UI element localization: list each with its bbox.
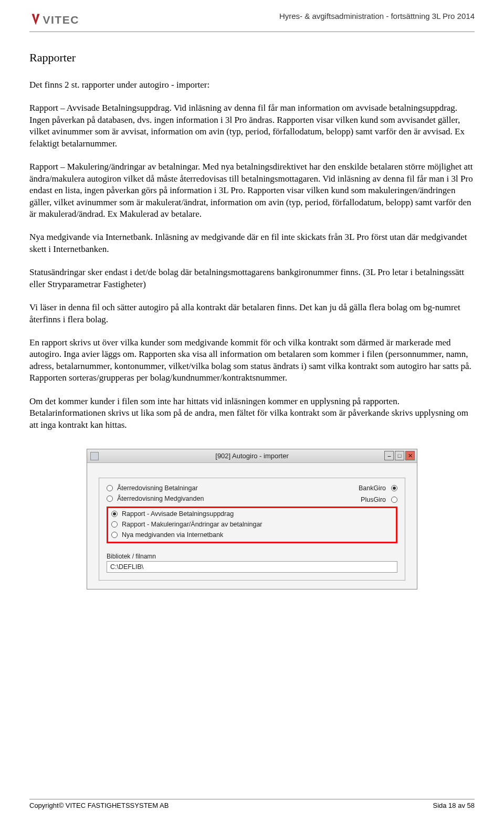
footer-page-number: Sida 18 av 58 bbox=[433, 802, 475, 809]
radio-label: PlusGiro bbox=[361, 496, 386, 503]
paragraph-4: Nya medgivande via Internetbank. Inläsni… bbox=[29, 231, 475, 255]
paragraph-2: Rapport – Avvisade Betalningsuppdrag. Vi… bbox=[29, 102, 475, 150]
radio-icon bbox=[111, 511, 118, 517]
brand-logo: VITEC bbox=[29, 10, 108, 28]
radio-label: Återredovisning Betalningar bbox=[117, 484, 198, 492]
paragraph-7: En rapport skrivs ut över vilka kunder s… bbox=[29, 337, 475, 384]
radio-rapport-makuleringar[interactable]: Rapport - Makuleringar/Ändringar av beta… bbox=[111, 521, 393, 528]
section-heading: Rapporter bbox=[29, 51, 475, 65]
radio-label: Nya medgivanden via Internetbank bbox=[122, 531, 223, 539]
options-group: Återredovisning Betalningar Återredovisn… bbox=[99, 478, 405, 581]
paragraph-6: Vi läser in denna fil och sätter autogir… bbox=[29, 302, 475, 325]
radio-icon bbox=[111, 532, 118, 538]
radio-bankgiro[interactable]: BankGiro bbox=[359, 484, 397, 492]
paragraph-intro: Det finns 2 st. rapporter under autogiro… bbox=[29, 79, 475, 91]
page-footer: Copyright© VITEC FASTIGHETSSYSTEM AB Sid… bbox=[29, 799, 475, 809]
paragraph-5: Statusändringar sker endast i det/de bol… bbox=[29, 267, 475, 290]
radio-nya-medgivanden[interactable]: Nya medgivanden via Internetbank bbox=[111, 531, 393, 539]
copyright-prefix: Copyright© bbox=[29, 802, 66, 809]
maximize-button[interactable]: □ bbox=[395, 451, 404, 460]
vitec-logo-icon: VITEC bbox=[29, 10, 108, 28]
radio-icon bbox=[391, 485, 397, 491]
radio-label: Rapport - Avvisade Betalningsuppdrag bbox=[122, 510, 234, 518]
radio-label: Rapport - Makuleringar/Ändringar av beta… bbox=[122, 521, 262, 528]
radio-icon bbox=[107, 485, 113, 491]
footer-copyright: Copyright© VITEC FASTIGHETSSYSTEM AB bbox=[29, 802, 169, 809]
radio-rapport-avvisade[interactable]: Rapport - Avvisade Betalningsuppdrag bbox=[111, 510, 393, 518]
path-value: C:\DEFLIB\ bbox=[110, 563, 143, 571]
radio-icon bbox=[111, 521, 118, 528]
radio-aterredovisning-betalningar[interactable]: Återredovisning Betalningar bbox=[107, 484, 397, 492]
paragraph-8: Om det kommer kunder i filen som inte ha… bbox=[29, 396, 475, 431]
radio-icon bbox=[107, 496, 113, 502]
radio-label: BankGiro bbox=[359, 484, 386, 492]
header-doc-title: Hyres- & avgiftsadministration - fortsät… bbox=[279, 12, 475, 20]
page-header: VITEC Hyres- & avgiftsadministration - f… bbox=[29, 10, 475, 28]
radio-aterredovisning-medgivanden[interactable]: Återredovisning Medgivanden bbox=[107, 495, 397, 502]
header-divider bbox=[29, 31, 475, 32]
brand-text: VITEC bbox=[43, 14, 79, 26]
radio-label: Återredovisning Medgivanden bbox=[117, 495, 204, 502]
window-app-icon bbox=[90, 452, 99, 460]
close-button[interactable]: ✕ bbox=[405, 451, 415, 460]
highlighted-options: Rapport - Avvisade Betalningsuppdrag Rap… bbox=[107, 507, 397, 543]
radio-icon bbox=[391, 497, 397, 503]
paragraph-3: Rapport – Makulering/ändringar av betaln… bbox=[29, 161, 475, 220]
footer-divider bbox=[29, 799, 475, 799]
path-input[interactable]: C:\DEFLIB\ bbox=[107, 561, 397, 573]
window-titlebar: [902] Autogiro - importer ‒ □ ✕ bbox=[87, 449, 417, 463]
app-window: [902] Autogiro - importer ‒ □ ✕ Återredo… bbox=[87, 449, 417, 589]
window-title: [902] Autogiro - importer bbox=[215, 452, 288, 460]
embedded-screenshot: [902] Autogiro - importer ‒ □ ✕ Återredo… bbox=[29, 449, 475, 589]
copyright-company: VITEC FASTIGHETSSYSTEM AB bbox=[66, 802, 169, 809]
minimize-button[interactable]: ‒ bbox=[384, 451, 394, 460]
radio-plusgiro[interactable]: PlusGiro bbox=[359, 496, 397, 503]
path-label: Bibliotek / filnamn bbox=[107, 553, 397, 560]
